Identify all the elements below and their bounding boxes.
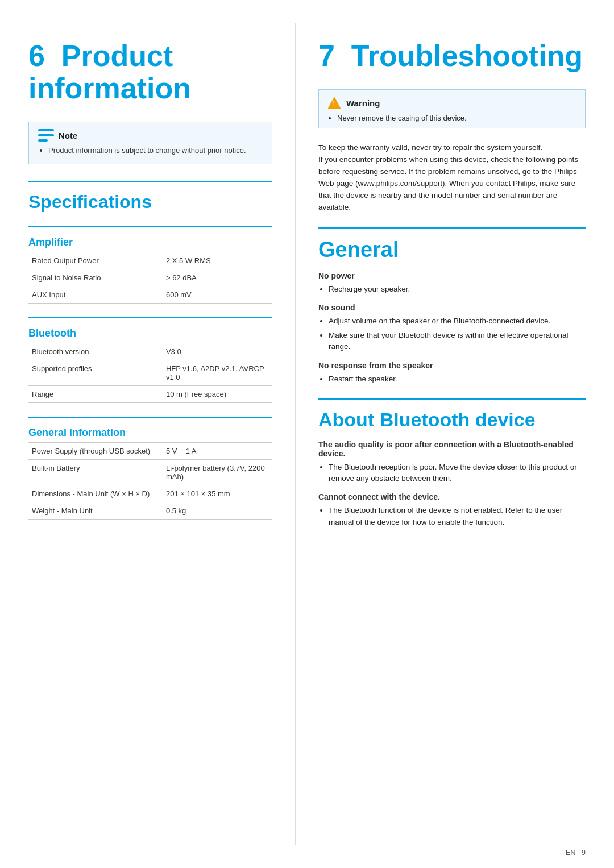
warning-box: Warning Never remove the casing of this … (318, 89, 586, 128)
trouble-item-2-0: Restart the speaker. (329, 373, 586, 385)
table-row: AUX Input 600 mV (28, 286, 272, 304)
gen-label-0: Power Supply (through USB socket) (28, 443, 163, 460)
general-trouble-title: General (318, 238, 586, 262)
note-list: Product information is subject to change… (38, 146, 263, 155)
general-info-table: Power Supply (through USB socket) 5 V ⎓ … (28, 442, 272, 520)
trouble-heading-2: No response from the speaker (318, 361, 586, 370)
trouble-item-0-0: Recharge your speaker. (329, 284, 586, 295)
bt-label-1: Supported profiles (28, 360, 163, 386)
chapter-7-number: 7 (318, 39, 335, 72)
amplifier-subtitle: Amplifier (28, 236, 272, 248)
specifications-title: Specifications (28, 192, 272, 213)
bt-issue-item-0-0: The Bluetooth reception is poor. Move th… (329, 462, 586, 485)
gen-value-3: 0.5 kg (163, 502, 272, 520)
trouble-heading-0: No power (318, 271, 586, 280)
bt-value-0: V3.0 (163, 343, 272, 360)
bt-issue-heading-0: The audio quality is poor after connecti… (318, 440, 586, 458)
bt-label-0: Bluetooth version (28, 343, 163, 360)
gen-label-2: Dimensions - Main Unit (W × H × D) (28, 485, 163, 502)
general-info-subtitle: General information (28, 427, 272, 439)
note-box: Note Product information is subject to c… (28, 122, 272, 164)
chapter-6-number: 6 (28, 39, 45, 72)
bluetooth-subtitle: Bluetooth (28, 327, 272, 339)
about-bt-divider (318, 398, 586, 400)
gen-value-0: 5 V ⎓ 1 A (163, 443, 272, 460)
note-icon (38, 129, 54, 142)
table-row: Weight - Main Unit 0.5 kg (28, 502, 272, 520)
amp-label-0: Rated Output Power (28, 252, 163, 269)
chapter-6-title-line2: information (28, 72, 191, 105)
trouble-heading-1: No sound (318, 303, 586, 312)
gen-value-1: Li-polymer battery (3.7V, 2200 mAh) (163, 460, 272, 485)
warning-list: Never remove the casing of this device. (327, 114, 577, 122)
warning-header: Warning (327, 95, 577, 110)
spec-divider (28, 181, 272, 182)
about-bt-title: About Bluetooth device (318, 409, 586, 431)
table-row: Dimensions - Main Unit (W × H × D) 201 ×… (28, 485, 272, 502)
note-label: Note (59, 131, 77, 140)
page-number: 9 (582, 848, 586, 857)
bt-issue-item-1-0: The Bluetooth function of the device is … (329, 505, 586, 528)
warning-triangle-icon (327, 97, 341, 109)
troubleshooting-body: To keep the warranty valid, never try to… (318, 142, 586, 214)
general-info-divider (28, 417, 272, 418)
table-row: Built-in Battery Li-polymer battery (3.7… (28, 460, 272, 485)
warning-label: Warning (346, 98, 380, 108)
bt-issue-heading-1: Cannot connect with the device. (318, 492, 586, 501)
table-row: Power Supply (through USB socket) 5 V ⎓ … (28, 443, 272, 460)
page-lang: EN (566, 848, 576, 857)
bt-issue-list-0: The Bluetooth reception is poor. Move th… (318, 462, 586, 485)
note-header: Note (38, 129, 263, 142)
amp-value-2: 600 mV (163, 286, 272, 304)
chapter-7-title-text: Troubleshooting (351, 39, 583, 72)
table-row: Range 10 m (Free space) (28, 386, 272, 403)
bluetooth-table: Bluetooth version V3.0 Supported profile… (28, 343, 272, 403)
gen-value-2: 201 × 101 × 35 mm (163, 485, 272, 502)
gen-label-3: Weight - Main Unit (28, 502, 163, 520)
note-item: Product information is subject to change… (48, 146, 263, 155)
table-row: Signal to Noise Ratio > 62 dBA (28, 269, 272, 286)
amplifier-divider (28, 226, 272, 227)
amplifier-table: Rated Output Power 2 X 5 W RMS Signal to… (28, 252, 272, 304)
table-row: Rated Output Power 2 X 5 W RMS (28, 252, 272, 269)
trouble-list-0: Recharge your speaker. (318, 284, 586, 295)
bt-value-1: HFP v1.6, A2DP v2.1, AVRCP v1.0 (163, 360, 272, 386)
warning-icon (327, 95, 342, 110)
amp-label-2: AUX Input (28, 286, 163, 304)
chapter-6-title: 6 Product information (28, 40, 272, 105)
bt-value-2: 10 m (Free space) (163, 386, 272, 403)
table-row: Supported profiles HFP v1.6, A2DP v2.1, … (28, 360, 272, 386)
general-trouble-divider (318, 227, 586, 229)
trouble-item-1-0: Adjust volume on the speaker or the Blue… (329, 315, 586, 327)
table-row: Bluetooth version V3.0 (28, 343, 272, 360)
trouble-item-1-1: Make sure that your Bluetooth device is … (329, 330, 586, 353)
trouble-list-1: Adjust volume on the speaker or the Blue… (318, 315, 586, 353)
amp-value-1: > 62 dBA (163, 269, 272, 286)
page-footer: EN 9 (566, 848, 586, 857)
warning-item-0: Never remove the casing of this device. (337, 114, 577, 122)
amp-value-0: 2 X 5 W RMS (163, 252, 272, 269)
bluetooth-divider (28, 317, 272, 318)
amp-label-1: Signal to Noise Ratio (28, 269, 163, 286)
gen-label-1: Built-in Battery (28, 460, 163, 485)
chapter-6-title-line1: Product (61, 39, 173, 72)
bt-label-2: Range (28, 386, 163, 403)
bt-issue-list-1: The Bluetooth function of the device is … (318, 505, 586, 528)
trouble-list-2: Restart the speaker. (318, 373, 586, 385)
chapter-7-title: 7 Troubleshooting (318, 40, 586, 72)
